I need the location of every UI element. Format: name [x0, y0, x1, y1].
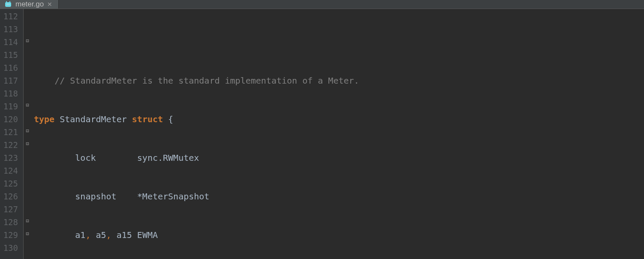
- code-line: snapshot *MeterSnapshot: [34, 190, 644, 203]
- svg-rect-6: [9, 1, 10, 3]
- code-line: type StandardMeter struct {: [34, 113, 644, 126]
- line-number: 120: [0, 113, 18, 126]
- svg-point-3: [7, 4, 7, 4]
- line-number: 114: [0, 36, 18, 48]
- line-number: 121: [0, 126, 18, 139]
- file-tab-meter-go[interactable]: meter.go ✕: [0, 0, 59, 9]
- line-number: 126: [0, 190, 18, 203]
- line-number: 116: [0, 61, 18, 74]
- fold-open-icon[interactable]: ⊟: [24, 141, 30, 147]
- code-line: [34, 36, 644, 48]
- fold-close-icon[interactable]: ⊟: [24, 102, 30, 108]
- line-number: 130: [0, 241, 18, 254]
- editor-tab-bar: meter.go ✕: [0, 0, 644, 9]
- line-number: 129: [0, 229, 18, 241]
- close-icon[interactable]: ✕: [47, 1, 52, 8]
- line-number: 119: [0, 100, 18, 113]
- fold-close-icon[interactable]: ⊟: [24, 218, 30, 224]
- code-line: a1, a5, a15 EWMA: [34, 229, 644, 241]
- line-number-gutter: 112 113 114 115 116 117 118 119 120 121 …: [0, 9, 24, 259]
- line-number: 115: [0, 48, 18, 61]
- tab-filename: meter.go: [15, 0, 44, 9]
- line-number: 112: [0, 10, 18, 23]
- line-number: 128: [0, 216, 18, 229]
- code-editor[interactable]: 112 113 114 115 116 117 118 119 120 121 …: [0, 9, 644, 259]
- fold-open-icon[interactable]: ⊟: [24, 38, 30, 44]
- fold-gutter: ⊟ ⊟ ⊟ ⊟ ⊟ ⊟: [24, 9, 32, 259]
- fold-close-icon[interactable]: ⊟: [24, 231, 30, 237]
- line-number: 113: [0, 23, 18, 36]
- go-file-icon: [4, 0, 12, 8]
- code-line: // StandardMeter is the standard impleme…: [34, 74, 644, 87]
- svg-point-4: [9, 4, 9, 4]
- line-number: 117: [0, 74, 18, 87]
- line-number: 124: [0, 164, 18, 177]
- svg-rect-0: [5, 2, 11, 7]
- fold-open-icon[interactable]: ⊟: [24, 128, 30, 134]
- line-number: 122: [0, 139, 18, 151]
- line-number: 125: [0, 177, 18, 190]
- line-number: 127: [0, 203, 18, 216]
- code-line: lock sync.RWMutex: [34, 151, 644, 164]
- line-number: 118: [0, 87, 18, 100]
- line-number: 123: [0, 151, 18, 164]
- svg-rect-5: [6, 1, 7, 3]
- code-text-area[interactable]: // StandardMeter is the standard impleme…: [32, 9, 644, 259]
